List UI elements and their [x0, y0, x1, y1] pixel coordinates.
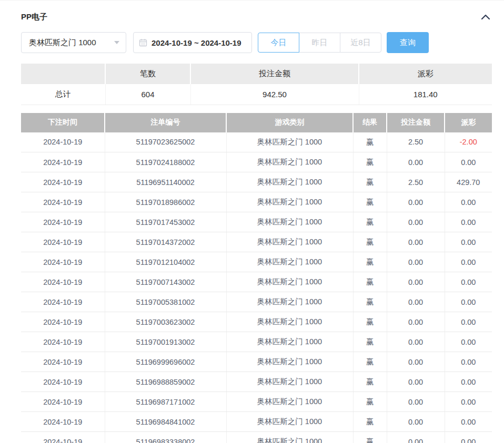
cell-payout: 0.00	[445, 192, 492, 212]
collapse-panel-button[interactable]	[479, 11, 492, 23]
cell-order-no: 51196999696002	[105, 352, 226, 372]
cell-result: 赢	[353, 372, 387, 392]
cell-result: 赢	[353, 332, 387, 352]
pp-electronic-panel: PP电子 奥林匹斯之门 1000	[0, 11, 504, 443]
cell-payout: 0.00	[445, 292, 492, 312]
today-button[interactable]: 今日	[258, 33, 299, 53]
records-header-bet-amount: 投注金额	[387, 113, 445, 132]
cell-result: 赢	[353, 252, 387, 272]
game-select[interactable]: 奥林匹斯之门 1000	[21, 32, 126, 53]
cell-bet-time: 2024-10-19	[21, 192, 105, 212]
cell-result: 赢	[353, 152, 387, 172]
records-header-bet-time: 下注时间	[21, 113, 105, 132]
summary-total-payout: 181.40	[359, 84, 492, 105]
summary-total-bet-amount: 942.50	[190, 84, 359, 105]
summary-header-count: 笔数	[105, 64, 190, 84]
table-row: 2024-10-19 51196999696002 奥林匹斯之门 1000 赢 …	[21, 352, 492, 372]
cell-result: 赢	[353, 412, 387, 432]
cell-order-no: 51196987171002	[105, 392, 226, 412]
cell-bet-amount: 0.00	[387, 392, 445, 412]
cell-payout: 429.70	[445, 172, 492, 192]
summary-total-row: 总计 604 942.50 181.40	[21, 84, 492, 105]
cell-bet-time: 2024-10-19	[21, 212, 105, 232]
cell-game-category: 奥林匹斯之门 1000	[226, 352, 353, 372]
cell-result: 赢	[353, 352, 387, 372]
table-row: 2024-10-19 51197024188002 奥林匹斯之门 1000 赢 …	[21, 152, 492, 172]
cell-bet-time: 2024-10-19	[21, 152, 105, 172]
cell-order-no: 51196984841002	[105, 412, 226, 432]
cell-bet-amount: 0.00	[387, 212, 445, 232]
cell-result: 赢	[353, 392, 387, 412]
cell-payout: 0.00	[445, 352, 492, 372]
cell-result: 赢	[353, 292, 387, 312]
cell-bet-time: 2024-10-19	[21, 332, 105, 352]
cell-bet-amount: 0.00	[387, 352, 445, 372]
table-row: 2024-10-19 51197001913002 奥林匹斯之门 1000 赢 …	[21, 332, 492, 352]
cell-payout: 0.00	[445, 412, 492, 432]
cell-game-category: 奥林匹斯之门 1000	[226, 392, 353, 412]
cell-payout: 0.00	[445, 372, 492, 392]
table-row: 2024-10-19 51197007143002 奥林匹斯之门 1000 赢 …	[21, 272, 492, 292]
cell-bet-time: 2024-10-19	[21, 292, 105, 312]
records-table-body: 2024-10-19 51197023625002 奥林匹斯之门 1000 赢 …	[21, 132, 492, 443]
cell-bet-amount: 0.00	[387, 412, 445, 432]
cell-bet-amount: 0.00	[387, 272, 445, 292]
cell-result: 赢	[353, 172, 387, 192]
chevron-up-icon	[480, 13, 491, 20]
game-select-value: 奥林匹斯之门 1000	[29, 38, 96, 48]
date-range-picker[interactable]: 2024-10-19 ~ 2024-10-19	[133, 32, 252, 53]
cell-payout: 0.00	[445, 232, 492, 252]
last8days-button[interactable]: 近8日	[340, 33, 381, 53]
cell-bet-amount: 0.00	[387, 432, 445, 443]
cell-bet-amount: 2.50	[387, 172, 445, 192]
records-header-game-category: 游戏类别	[226, 113, 353, 132]
cell-order-no: 51196983338002	[105, 432, 226, 443]
cell-order-no: 51197003623002	[105, 312, 226, 332]
panel-header: PP电子	[21, 11, 492, 23]
cell-game-category: 奥林匹斯之门 1000	[226, 272, 353, 292]
query-button[interactable]: 查询	[387, 32, 429, 53]
cell-payout: 0.00	[445, 272, 492, 292]
summary-total-count: 604	[105, 84, 190, 105]
cell-payout: 0.00	[445, 312, 492, 332]
cell-game-category: 奥林匹斯之门 1000	[226, 172, 353, 192]
cell-bet-time: 2024-10-19	[21, 432, 105, 443]
summary-table: 笔数 投注金额 派彩 总计 604 942.50 181.40	[21, 64, 492, 105]
cell-payout: 0.00	[445, 152, 492, 172]
records-header-payout: 派彩	[445, 113, 492, 132]
cell-result: 赢	[353, 192, 387, 212]
cell-payout: 0.00	[445, 252, 492, 272]
cell-payout: 0.00	[445, 432, 492, 443]
cell-result: 赢	[353, 212, 387, 232]
cell-result: 赢	[353, 232, 387, 252]
cell-result: 赢	[353, 312, 387, 332]
cell-bet-time: 2024-10-19	[21, 272, 105, 292]
summary-header-row: 笔数 投注金额 派彩	[21, 64, 492, 84]
cell-bet-amount: 0.00	[387, 232, 445, 252]
cell-order-no: 51197005381002	[105, 292, 226, 312]
table-row: 2024-10-19 51197017453002 奥林匹斯之门 1000 赢 …	[21, 212, 492, 232]
cell-bet-amount: 0.00	[387, 292, 445, 312]
cell-order-no: 51197017453002	[105, 212, 226, 232]
cell-payout: -2.00	[445, 132, 492, 152]
cell-game-category: 奥林匹斯之门 1000	[226, 252, 353, 272]
table-row: 2024-10-19 51197014372002 奥林匹斯之门 1000 赢 …	[21, 232, 492, 252]
cell-bet-time: 2024-10-19	[21, 252, 105, 272]
cell-result: 赢	[353, 432, 387, 443]
table-row: 2024-10-19 51196987171002 奥林匹斯之门 1000 赢 …	[21, 392, 492, 412]
cell-order-no: 51196988859002	[105, 372, 226, 392]
cell-game-category: 奥林匹斯之门 1000	[226, 432, 353, 443]
cell-order-no: 51197012104002	[105, 252, 226, 272]
table-row: 2024-10-19 51197012104002 奥林匹斯之门 1000 赢 …	[21, 252, 492, 272]
summary-header-bet-amount: 投注金额	[190, 64, 359, 84]
cell-bet-time: 2024-10-19	[21, 412, 105, 432]
cell-bet-time: 2024-10-19	[21, 232, 105, 252]
cell-bet-time: 2024-10-19	[21, 172, 105, 192]
cell-order-no: 51197024188002	[105, 152, 226, 172]
yesterday-button[interactable]: 昨日	[299, 33, 340, 53]
table-row: 2024-10-19 51197003623002 奥林匹斯之门 1000 赢 …	[21, 312, 492, 332]
cell-game-category: 奥林匹斯之门 1000	[226, 372, 353, 392]
cell-payout: 0.00	[445, 392, 492, 412]
summary-total-label: 总计	[21, 84, 105, 105]
records-table: 下注时间 注单编号 游戏类别 结果 投注金额 派彩 2024-10-19 511…	[21, 113, 492, 443]
